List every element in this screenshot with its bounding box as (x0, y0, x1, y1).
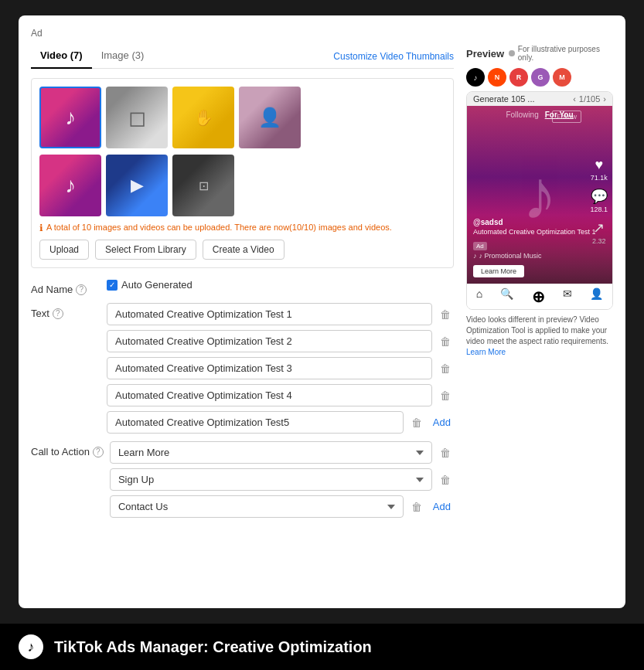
platform-msg-icon[interactable]: M (553, 68, 571, 87)
text-inputs: 🗑 🗑 🗑 🗑 (107, 303, 454, 434)
create-video-button[interactable]: Create a Video (203, 240, 285, 260)
preview-header: Preview For illustrative purposes only. (466, 45, 613, 62)
ad-name-info-icon[interactable]: ? (76, 284, 87, 295)
text-input-4[interactable] (107, 384, 432, 406)
phone-bottom-bar: ⌂ 🔍 ⊕ ✉ 👤 (467, 284, 612, 309)
profile-icon[interactable]: 👤 (590, 287, 603, 306)
platform-red-icon[interactable]: R (509, 68, 528, 87)
footer-tiktok-icon: ♪ (19, 634, 43, 659)
username-text: @sadsd (473, 218, 606, 226)
media-thumb-5[interactable]: ♪ (39, 155, 101, 216)
cta-select-1[interactable]: Learn More Sign Up Contact Us (110, 441, 432, 464)
customize-thumbnails-link[interactable]: Customize Video Thumbnails (333, 51, 454, 62)
media-thumb-7[interactable]: ⊡ (172, 155, 234, 216)
cta-input-row-1: Learn More Sign Up Contact Us 🗑 (110, 441, 454, 464)
ad-badge: Ad (473, 242, 487, 250)
ad-name-checkbox-row: ✓ Auto Generated (107, 279, 193, 291)
add-text-link[interactable]: Add (430, 413, 454, 431)
text-input-row-2: 🗑 (107, 330, 454, 352)
auto-generated-checkbox-label[interactable]: ✓ Auto Generated (107, 279, 193, 291)
tiktok-icon-5: ♪ (65, 173, 76, 198)
media-actions: Upload Select From Library Create a Vide… (39, 240, 445, 260)
promo-music-text: ♪ ♪ Promotional Music (473, 252, 606, 260)
delete-text-2-icon[interactable]: 🗑 (437, 332, 454, 351)
next-icon[interactable]: › (603, 94, 606, 104)
tab-bar: Video (7) Image (3) Customize Video Thum… (31, 45, 454, 69)
delete-text-4-icon[interactable]: 🗑 (437, 386, 454, 405)
upload-button[interactable]: Upload (39, 240, 89, 260)
cta-label: Call to Action ? (31, 441, 104, 457)
footer-title: TikTok Ads Manager: Creative Optimizatio… (54, 638, 372, 656)
ad-label: Ad (31, 28, 613, 39)
thumb-icon-7: ⊡ (199, 179, 209, 193)
gray-dot-icon (509, 50, 515, 56)
form-section: Ad Name ? ✓ Auto Generated Text ? (31, 279, 454, 518)
text-info-icon[interactable]: ? (53, 308, 63, 319)
video-notice: Video looks different in preview? Video … (466, 315, 613, 358)
cta-select-3[interactable]: Contact Us Learn More Sign Up (110, 495, 404, 518)
home-icon[interactable]: ⌂ (476, 287, 482, 306)
delete-cta-3-icon[interactable]: 🗑 (408, 498, 425, 516)
cta-input-row-3: Contact Us Learn More Sign Up 🗑 Add (110, 495, 454, 518)
preview-title: Preview (466, 48, 504, 60)
following-tab[interactable]: Following (506, 111, 538, 119)
platform-news-icon[interactable]: N (488, 68, 506, 87)
text-input-3[interactable] (107, 357, 432, 379)
media-thumb-4[interactable]: 👤 (239, 87, 301, 148)
thumb-icon-4: 👤 (258, 107, 281, 128)
counter-text: Generate 105 ... (473, 94, 535, 104)
counter-navigation: ‹ 1/105 › (573, 94, 606, 104)
cta-select-2[interactable]: Sign Up Learn More Contact Us (110, 468, 432, 491)
comment-icon: 💬 (591, 188, 608, 205)
media-thumb-2[interactable]: ◻ (106, 87, 168, 148)
text-input-5[interactable] (107, 411, 404, 434)
likes-stat: ♥ 71.1k (591, 157, 608, 182)
platform-tiktok-icon[interactable]: ♪ (466, 68, 485, 87)
delete-cta-1-icon[interactable]: 🗑 (437, 444, 454, 462)
pagination-text: 1/105 (579, 94, 601, 104)
tiktok-icon-1: ♪ (65, 105, 76, 130)
add-cta-link[interactable]: Add (430, 498, 454, 515)
cta-inputs: Learn More Sign Up Contact Us 🗑 Sign Up … (110, 441, 454, 518)
media-panel: ♪ ◻ ✋ 👤 ♪ (31, 78, 454, 268)
tab-image[interactable]: Image (3) (92, 45, 154, 69)
thumb-icon-6: ▶ (131, 175, 144, 196)
media-thumb-1[interactable]: ♪ (39, 87, 101, 148)
delete-text-1-icon[interactable]: 🗑 (437, 305, 454, 324)
media-grid-row2: ♪ ▶ ⊡ (39, 155, 445, 216)
prev-icon[interactable]: ‹ (573, 94, 576, 104)
checkbox-checked-icon: ✓ (107, 280, 118, 291)
text-label: Text ? (31, 303, 101, 319)
platform-game-icon[interactable]: G (531, 68, 550, 87)
music-note-icon: ♪ (473, 252, 477, 260)
follow-button[interactable]: Follow (552, 111, 581, 123)
media-grid-row1: ♪ ◻ ✋ 👤 (39, 87, 445, 148)
text-row: Text ? 🗑 🗑 � (31, 303, 454, 434)
text-input-2[interactable] (107, 330, 432, 352)
heart-icon: ♥ (595, 157, 603, 173)
learn-more-preview-button[interactable]: Learn More (473, 265, 524, 277)
cta-row: Call to Action ? Learn More Sign Up Cont… (31, 441, 454, 518)
text-input-row-4: 🗑 (107, 384, 454, 406)
media-notice: ℹ A total of 10 images and videos can be… (39, 223, 445, 233)
inbox-icon[interactable]: ✉ (563, 287, 572, 306)
media-thumb-6[interactable]: ▶ (106, 155, 168, 216)
platform-icons: ♪ N R G M (466, 68, 613, 87)
cta-input-row-2: Sign Up Learn More Contact Us 🗑 (110, 468, 454, 491)
cta-info-icon[interactable]: ? (93, 447, 104, 457)
delete-cta-2-icon[interactable]: 🗑 (437, 471, 454, 489)
notice-icon: ℹ (39, 223, 43, 233)
delete-text-3-icon[interactable]: 🗑 (437, 359, 454, 378)
illustrative-badge: For illustrative purposes only. (509, 45, 613, 62)
ad-text-preview: Automated Creative Optimization Test 1 (473, 228, 606, 236)
add-icon[interactable]: ⊕ (532, 287, 545, 306)
tab-video[interactable]: Video (7) (31, 45, 92, 69)
library-button[interactable]: Select From Library (95, 240, 196, 260)
text-input-1[interactable] (107, 303, 432, 325)
video-notice-learn-more[interactable]: Learn More (466, 348, 506, 356)
discover-icon[interactable]: 🔍 (500, 287, 513, 306)
ad-name-row: Ad Name ? ✓ Auto Generated (31, 279, 454, 295)
right-panel: Preview For illustrative purposes only. … (466, 45, 613, 525)
delete-text-5-icon[interactable]: 🗑 (408, 413, 425, 432)
media-thumb-3[interactable]: ✋ (172, 87, 234, 148)
